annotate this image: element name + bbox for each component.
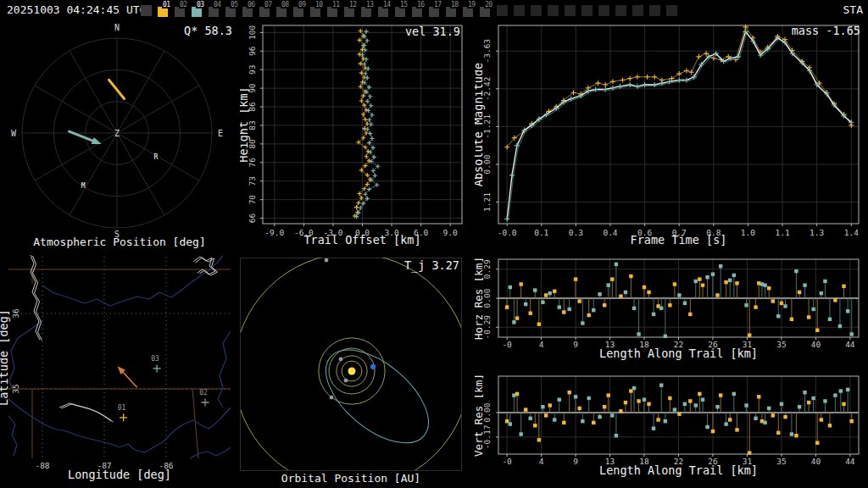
residual-marker: [624, 401, 627, 404]
station-badge-19[interactable]: 19: [463, 2, 474, 18]
map-station-label-03: 03: [151, 355, 159, 363]
station-badge-08[interactable]: 08: [276, 2, 287, 18]
plus-marker: [635, 84, 640, 89]
station-slot: [565, 2, 576, 18]
planet-dot: [344, 379, 348, 383]
residual-marker: [823, 280, 826, 283]
river: [190, 447, 231, 458]
residual-marker: [705, 275, 709, 279]
residual-marker: [803, 391, 806, 394]
residual-marker: [724, 280, 727, 284]
station-number: 14: [382, 2, 392, 8]
residual-marker: [656, 418, 659, 421]
station-number: 16: [416, 2, 426, 8]
x-axis-label: Length Along Trail [km]: [599, 347, 758, 360]
y-axis-label: Absolute Magnitude: [475, 63, 485, 186]
residual-marker: [519, 432, 522, 435]
residual-marker: [719, 264, 722, 268]
station-slot: [514, 2, 525, 18]
residual-marker: [659, 307, 663, 310]
residual-marker: [705, 425, 709, 429]
station-badge-06[interactable]: 06: [242, 2, 253, 18]
residual-marker: [719, 393, 722, 396]
station-slot: [581, 2, 593, 18]
residual-marker: [798, 405, 801, 408]
mass-badge: mass -1.65: [746, 24, 860, 37]
y-axis-label: Height [km]: [240, 86, 250, 162]
residual-marker: [728, 279, 732, 282]
x-tick-label: 4: [539, 340, 544, 349]
station-slot: [497, 2, 508, 18]
station-badge-09[interactable]: 09: [293, 2, 304, 18]
station-number: 08: [281, 2, 290, 8]
x-tick-label: 9: [573, 340, 578, 349]
station-badge-20[interactable]: 20: [480, 2, 491, 18]
sky-marker-M: M: [81, 182, 86, 190]
residual-marker: [744, 303, 748, 307]
y-tick-label: 66: [248, 214, 257, 224]
residual-marker: [524, 408, 527, 411]
station-badge-07[interactable]: 07: [259, 2, 270, 18]
residual-marker: [803, 283, 806, 286]
y-tick-label: -3.63: [482, 39, 492, 64]
residual-marker: [757, 395, 760, 398]
station-badge-05[interactable]: 05: [225, 2, 236, 18]
station-badge-bar: 0102030405060708091011121314151617181920: [141, 2, 683, 18]
station-badge-11[interactable]: 11: [327, 2, 338, 18]
tisserand-badge: T_j 3.27: [356, 258, 459, 272]
residual-marker: [592, 308, 595, 312]
residual-marker: [794, 269, 798, 273]
residual-marker: [732, 392, 736, 396]
meteor-station-display: 20251003 04:24:45 UTC 010203040506070809…: [0, 0, 868, 488]
plus-marker: [364, 130, 369, 135]
river: [8, 416, 17, 456]
planet-dot: [330, 396, 334, 400]
station-badge-01[interactable]: 01: [158, 2, 169, 18]
station-badge-13[interactable]: 13: [361, 2, 372, 18]
residual-marker: [610, 277, 614, 280]
velocity-badge: vel 31.9: [356, 25, 460, 38]
residual-marker: [820, 418, 823, 421]
station-badge-04[interactable]: 04: [209, 2, 220, 18]
station-number: 17: [433, 2, 442, 8]
residual-marker: [541, 405, 544, 408]
station-badge-02[interactable]: 02: [175, 2, 186, 18]
plus-marker: [603, 87, 608, 92]
residual-marker: [763, 421, 766, 424]
residual-marker: [842, 402, 845, 406]
residual-marker: [711, 430, 715, 433]
station-badge-16[interactable]: 16: [412, 2, 423, 18]
residual-marker: [833, 298, 837, 302]
station-badge-10[interactable]: 10: [310, 2, 321, 18]
station-badge-12[interactable]: 12: [344, 2, 355, 18]
residual-marker: [512, 320, 515, 324]
residual-marker: [790, 318, 793, 321]
station-badge-18[interactable]: 18: [446, 2, 457, 18]
station-number: 06: [247, 2, 256, 8]
station-badge-15[interactable]: 15: [395, 2, 406, 18]
plus-marker: [365, 182, 370, 186]
station-number: 03: [196, 2, 205, 8]
plus-marker: [354, 205, 359, 209]
plus-marker: [603, 82, 608, 87]
map-white-feature: [62, 404, 114, 422]
residual-marker: [598, 415, 601, 419]
residual-marker: [820, 291, 823, 295]
sky-marker-R: R: [154, 153, 159, 161]
plus-marker: [627, 76, 632, 81]
station-badge-14[interactable]: 14: [378, 2, 389, 18]
residual-marker: [568, 308, 571, 311]
station-number: 09: [298, 2, 307, 8]
station-badge-17[interactable]: 17: [429, 2, 440, 18]
residual-marker: [632, 386, 636, 390]
residual-marker: [603, 303, 606, 307]
station-badge-03[interactable]: 03: [192, 2, 203, 18]
station-slot: [649, 2, 660, 18]
y-axis-label: Horz Res [km]: [475, 257, 485, 340]
x-tick-label: 1.1: [775, 228, 789, 237]
planet-dot: [339, 358, 343, 362]
residual-marker: [767, 286, 771, 290]
orbital-title: Orbital Position [AU]: [240, 472, 462, 485]
residual-marker: [659, 384, 663, 387]
lon-tick-label: -88: [35, 461, 49, 470]
